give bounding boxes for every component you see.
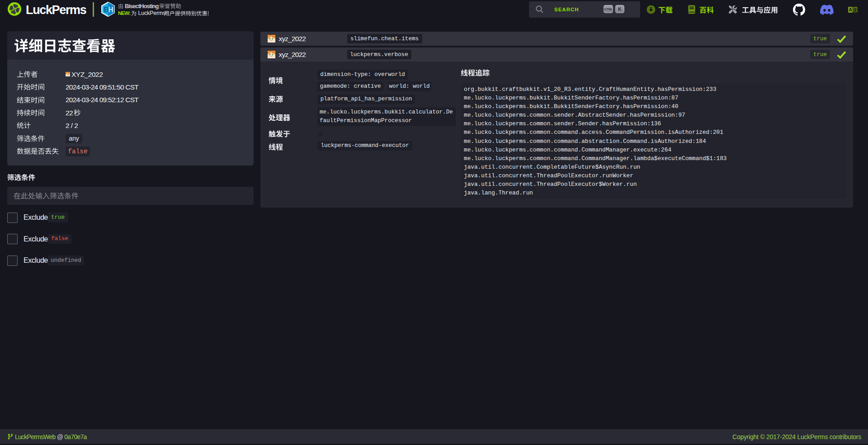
svg-text:A: A <box>849 7 852 12</box>
svg-text:H: H <box>108 6 113 14</box>
svg-text:文: 文 <box>853 8 858 13</box>
